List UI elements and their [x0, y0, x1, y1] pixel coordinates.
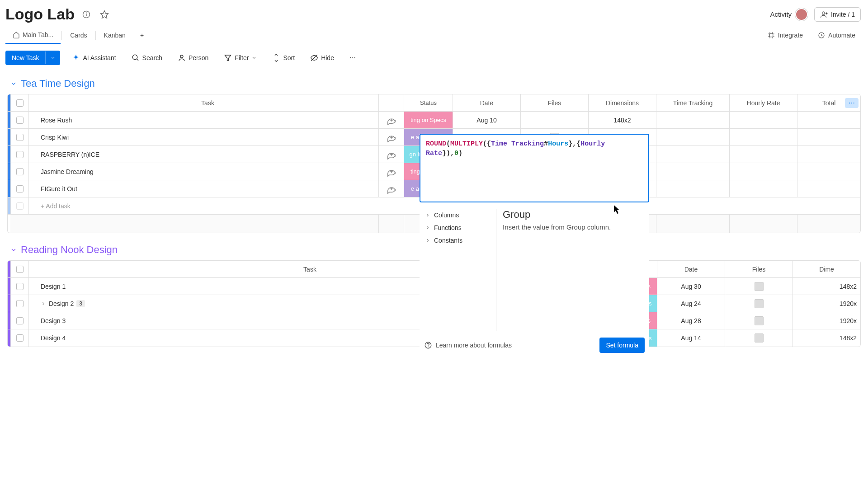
dimensions-cell[interactable]: 1920x — [793, 312, 860, 329]
date-cell[interactable]: Aug 24 — [657, 295, 725, 312]
add-update-button[interactable] — [378, 146, 404, 163]
total-cell[interactable] — [797, 180, 860, 197]
ai-assistant-button[interactable]: AI Assistant — [68, 52, 119, 64]
view-tabs: Main Tab... Cards Kanban + Integrate Aut… — [4, 27, 864, 44]
learn-more-link[interactable]: Learn more about formulas — [424, 341, 512, 349]
dimensions-cell[interactable]: 1920x — [793, 295, 860, 312]
dimensions-cell[interactable]: 148x2 — [793, 329, 860, 347]
integrate-button[interactable]: Integrate — [760, 27, 810, 44]
time-tracking-cell[interactable] — [656, 112, 729, 128]
file-thumbnail[interactable] — [755, 282, 764, 291]
activity-link[interactable]: Activity — [770, 8, 808, 21]
set-formula-button[interactable]: Set formula — [599, 338, 645, 353]
add-tab-button[interactable]: + — [133, 27, 151, 43]
select-all-checkbox[interactable] — [10, 261, 28, 277]
dimensions-cell[interactable]: 148x2 — [588, 112, 656, 128]
tab-cards[interactable]: Cards — [63, 27, 94, 43]
row-checkbox[interactable] — [10, 112, 28, 128]
formula-section-functions[interactable]: Functions — [423, 221, 492, 234]
total-cell[interactable] — [797, 112, 860, 128]
invite-button[interactable]: Invite / 1 — [814, 7, 861, 22]
dimensions-cell[interactable]: 148x2 — [793, 278, 860, 295]
col-header-files[interactable]: Files — [520, 94, 588, 111]
formula-section-columns[interactable]: Columns — [423, 209, 492, 221]
star-icon[interactable] — [98, 8, 111, 21]
automate-button[interactable]: Automate — [810, 27, 863, 44]
col-header-dimensions[interactable]: Dimensions — [588, 94, 656, 111]
col-header-date[interactable]: Date — [453, 94, 520, 111]
total-cell[interactable] — [797, 163, 860, 180]
row-checkbox[interactable] — [10, 278, 28, 295]
new-task-button[interactable]: New Task — [5, 51, 60, 65]
files-cell[interactable] — [520, 112, 588, 128]
date-cell[interactable]: Aug 28 — [657, 312, 725, 329]
task-name-cell[interactable]: FIGure it Out — [28, 180, 378, 197]
add-update-button[interactable] — [378, 180, 404, 197]
time-tracking-cell[interactable] — [656, 129, 729, 145]
add-update-button[interactable] — [378, 112, 404, 128]
group-name: Reading Nook Design — [21, 244, 118, 256]
row-checkbox[interactable] — [10, 163, 28, 180]
row-checkbox[interactable] — [10, 295, 28, 312]
col-header-time[interactable]: Time Tracking — [656, 94, 729, 111]
status-cell[interactable]: ting on Specs — [404, 112, 453, 128]
total-cell[interactable] — [797, 146, 860, 163]
filter-button[interactable]: Filter — [220, 52, 260, 64]
formula-section-constants[interactable]: Constants — [423, 234, 492, 247]
hide-button[interactable]: Hide — [307, 52, 338, 64]
task-name: Design 4 — [41, 334, 66, 342]
file-thumbnail[interactable] — [755, 333, 764, 343]
more-toolbar-button[interactable]: ⋯ — [346, 52, 359, 63]
file-thumbnail[interactable] — [755, 316, 764, 325]
col-header-date[interactable]: Date — [657, 261, 725, 277]
row-checkbox[interactable] — [10, 146, 28, 163]
row-checkbox[interactable] — [10, 129, 28, 145]
hourly-rate-cell[interactable] — [729, 112, 797, 128]
select-all-checkbox[interactable] — [10, 94, 28, 111]
hourly-rate-cell[interactable] — [729, 163, 797, 180]
date-cell[interactable]: Aug 14 — [657, 329, 725, 347]
files-cell[interactable] — [725, 295, 793, 312]
column-more-button[interactable]: ⋯ — [845, 98, 859, 108]
add-update-button[interactable] — [378, 163, 404, 180]
task-name-cell[interactable]: Rose Rush — [28, 112, 378, 128]
hourly-rate-cell[interactable] — [729, 146, 797, 163]
files-cell[interactable] — [725, 329, 793, 347]
add-update-button[interactable] — [378, 129, 404, 145]
info-icon[interactable] — [80, 8, 93, 21]
col-header-task[interactable]: Task — [28, 94, 378, 111]
col-header-status[interactable]: Status — [404, 94, 453, 111]
tab-kanban[interactable]: Kanban — [97, 27, 133, 43]
row-checkbox[interactable] — [10, 312, 28, 329]
sort-button[interactable]: Sort — [269, 52, 298, 64]
formula-input[interactable]: ROUND(MULTIPLY({Time Tracking#Hours},{Ho… — [420, 134, 649, 202]
time-tracking-cell[interactable] — [656, 146, 729, 163]
task-name-cell[interactable]: RASPBERRY (n)ICE — [28, 146, 378, 163]
row-checkbox[interactable] — [10, 180, 28, 197]
files-cell[interactable] — [725, 278, 793, 295]
date-cell[interactable]: Aug 10 — [453, 112, 520, 128]
group-header[interactable]: Tea Time Design — [7, 78, 861, 89]
new-task-dropdown[interactable] — [45, 52, 60, 64]
tab-main[interactable]: Main Tab... — [5, 27, 61, 44]
col-header-dimensions[interactable]: Dime — [793, 261, 860, 277]
time-tracking-cell[interactable] — [656, 180, 729, 197]
col-header-total[interactable]: Total ⋯ — [797, 94, 860, 111]
person-button[interactable]: Person — [174, 52, 212, 64]
table-row[interactable]: Rose Rush ting on Specs Aug 10 148x2 — [8, 112, 860, 129]
files-cell[interactable] — [725, 312, 793, 329]
file-thumbnail[interactable] — [755, 299, 764, 308]
task-name-cell[interactable]: Crisp Kiwi — [28, 129, 378, 145]
search-button[interactable]: Search — [128, 52, 166, 64]
task-name-cell[interactable]: Jasmine Dreaming — [28, 163, 378, 180]
svg-point-9 — [132, 55, 137, 60]
col-header-rate[interactable]: Hourly Rate — [729, 94, 797, 111]
hourly-rate-cell[interactable] — [729, 129, 797, 145]
date-cell[interactable]: Aug 30 — [657, 278, 725, 295]
col-header-files[interactable]: Files — [725, 261, 793, 277]
hourly-rate-cell[interactable] — [729, 180, 797, 197]
row-checkbox[interactable] — [10, 329, 28, 347]
time-tracking-cell[interactable] — [656, 163, 729, 180]
total-cell[interactable] — [797, 129, 860, 145]
expand-subitems-icon[interactable] — [41, 301, 46, 306]
